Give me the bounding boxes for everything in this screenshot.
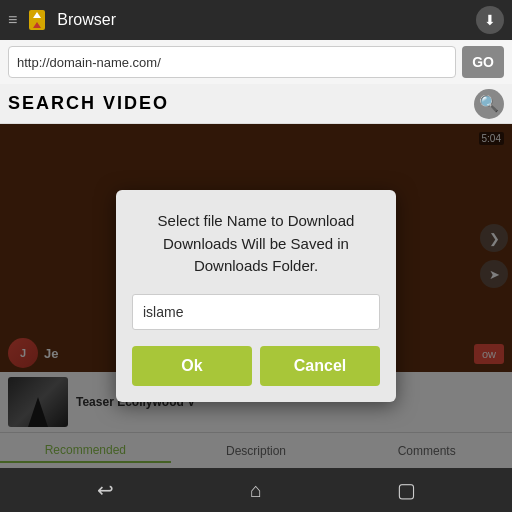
search-text: SEARCH VIDEO: [8, 93, 474, 114]
app-logo: [25, 8, 49, 32]
app-title: Browser: [57, 11, 468, 29]
modal-title: Select file Name to Download Downloads W…: [132, 210, 380, 278]
top-bar: ≡ Browser ⬇: [0, 0, 512, 40]
search-icon: 🔍: [479, 94, 499, 113]
home-button[interactable]: ⌂: [236, 470, 276, 510]
hamburger-icon: ≡: [8, 11, 17, 29]
modal-buttons: Ok Cancel: [132, 346, 380, 386]
bottom-nav: ↩ ⌂ ▢: [0, 468, 512, 512]
cancel-button[interactable]: Cancel: [260, 346, 380, 386]
recent-icon: ▢: [397, 478, 416, 502]
go-button[interactable]: GO: [462, 46, 504, 78]
content-area: ❯ ➤ 5:04 J Je ow Recommended Description…: [0, 124, 512, 468]
download-icon: ⬇: [484, 12, 496, 28]
modal-overlay: Select file Name to Download Downloads W…: [0, 124, 512, 468]
search-bar: SEARCH VIDEO 🔍: [0, 84, 512, 124]
url-bar: GO: [0, 40, 512, 84]
home-icon: ⌂: [250, 479, 262, 502]
back-icon: ↩: [97, 478, 114, 502]
modal-dialog: Select file Name to Download Downloads W…: [116, 190, 396, 402]
recent-button[interactable]: ▢: [387, 470, 427, 510]
url-input[interactable]: [8, 46, 456, 78]
ok-button[interactable]: Ok: [132, 346, 252, 386]
back-button[interactable]: ↩: [85, 470, 125, 510]
filename-input[interactable]: [132, 294, 380, 330]
download-icon-top[interactable]: ⬇: [476, 6, 504, 34]
search-button[interactable]: 🔍: [474, 89, 504, 119]
app-container: ≡ Browser ⬇ GO SEARCH VIDEO 🔍 ❯ ➤ 5:: [0, 0, 512, 512]
